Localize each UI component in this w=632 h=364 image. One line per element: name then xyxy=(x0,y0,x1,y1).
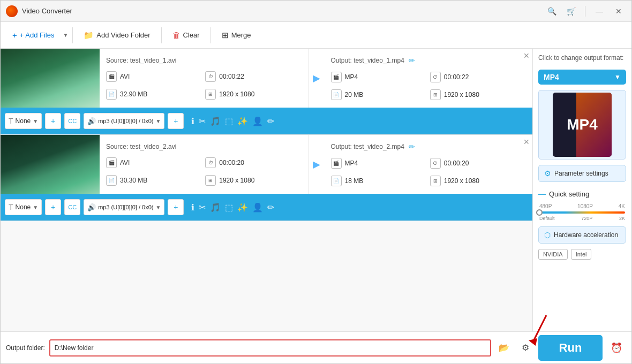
video-thumbnail-1 xyxy=(1,49,100,108)
source-duration-2: 00:00:20 xyxy=(219,159,244,166)
resolution-group-2: ⊞ 1920 x 1080 xyxy=(205,175,301,186)
cut-icon-2[interactable]: ✂ xyxy=(199,202,206,213)
output-resolution-2: 1920 x 1080 xyxy=(444,177,479,185)
audio-label-2: mp3 (U[0][0][0] / 0x0( xyxy=(98,204,153,210)
quality-slider[interactable]: 480P 1080P 4K Default 720P 2K xyxy=(538,203,626,221)
app-title: Video Converter xyxy=(22,7,544,15)
thumbnail-overlay-1 xyxy=(1,49,100,108)
intel-tag[interactable]: Intel xyxy=(571,249,592,260)
label-480p: 480P xyxy=(539,203,552,209)
output-duration-2: 00:00:20 xyxy=(444,160,469,167)
size-group-2: 📄 30.30 MB xyxy=(106,175,202,186)
format-dropdown-arrow: ▼ xyxy=(614,73,621,81)
close-button[interactable]: ✕ xyxy=(611,4,626,19)
source-format-1: AVI xyxy=(120,73,130,80)
crop-icon-1[interactable]: ⬚ xyxy=(225,116,233,126)
res-icon-1: ⊞ xyxy=(205,89,216,100)
label-4k: 4K xyxy=(619,203,625,209)
output-format-1: MP4 xyxy=(345,73,358,81)
output-size-2: 18 MB xyxy=(345,177,364,185)
edit-output-2[interactable]: ✏ xyxy=(409,142,415,151)
format-selector[interactable]: MP4 ▼ xyxy=(538,70,626,85)
separator-2 xyxy=(161,27,162,43)
crop-icon-2[interactable]: ⬚ xyxy=(225,202,233,213)
audio-select-1[interactable]: 🔊 mp3 (U[0][0][0] / 0x0( ▼ xyxy=(84,113,164,129)
subtitle-select-1[interactable]: T None ▼ xyxy=(5,113,42,129)
size-icon-1: 📄 xyxy=(106,89,117,100)
watermark-icon-2[interactable]: 👤 xyxy=(252,202,263,213)
out-res-icon-2: ⊞ xyxy=(430,176,441,186)
add-files-dropdown-arrow[interactable]: ▼ xyxy=(63,32,68,38)
settings-bottom-button[interactable]: ⚙ xyxy=(517,339,534,357)
format-preview: MP4 xyxy=(538,90,626,160)
minimize-button[interactable]: — xyxy=(592,4,607,19)
effects-icon-2[interactable]: ✨ xyxy=(237,202,248,213)
video-item-1: Source: test_video_1.avi 🎬 AVI ⏱ 00:00:2… xyxy=(1,49,532,135)
add-video-folder-button[interactable]: 📁 Add Video Folder xyxy=(77,27,156,43)
divider xyxy=(585,6,585,17)
content-spacer xyxy=(1,221,532,331)
video-toolbar-1: T None ▼ + CC 🔊 mp3 (U[0][0][0] / 0x0( ▼… xyxy=(1,108,532,134)
source-resolution-1: 1920 x 1080 xyxy=(219,90,254,98)
slider-thumb[interactable] xyxy=(536,209,543,216)
info-icon-2[interactable]: ℹ xyxy=(191,202,194,213)
run-label: Run xyxy=(559,341,582,355)
effects-icon-1[interactable]: ✨ xyxy=(237,116,248,126)
subtitle-label-1: None xyxy=(16,117,31,125)
subtitle-select-2[interactable]: T None ▼ xyxy=(5,199,42,215)
parameter-settings-button[interactable]: ⚙ Parameter settings xyxy=(538,165,626,182)
output-duration-1: 00:00:22 xyxy=(444,73,469,81)
source-resolution-2: 1920 x 1080 xyxy=(219,177,254,184)
out-duration-group-2: ⏱ 00:00:20 xyxy=(430,158,526,169)
hardware-acceleration-button[interactable]: ⬡ Hardware acceleration xyxy=(538,226,626,244)
source-label-1: Source: test_video_1.avi xyxy=(106,57,302,64)
size-icon-2: 📄 xyxy=(106,175,117,186)
size-group-1: 📄 32.90 MB xyxy=(106,89,202,100)
close-video-1[interactable]: ✕ xyxy=(523,51,530,60)
add-files-button[interactable]: + + Add Files xyxy=(6,27,61,43)
out-clock-icon-2: ⏱ xyxy=(430,158,441,169)
add-subtitle-btn-1[interactable]: + xyxy=(45,113,61,129)
video-source-info-1: Source: test_video_1.avi 🎬 AVI ⏱ 00:00:2… xyxy=(100,49,309,108)
cc-btn-2[interactable]: CC xyxy=(64,199,80,215)
title-bar: Video Converter 🔍 🛒 — ✕ xyxy=(1,1,631,22)
search-icon[interactable]: 🔍 xyxy=(544,4,559,19)
edit-output-1[interactable]: ✏ xyxy=(409,56,415,65)
video-list: Source: test_video_1.avi 🎬 AVI ⏱ 00:00:2… xyxy=(1,49,532,331)
subtitle-dropdown-1: ▼ xyxy=(33,118,38,124)
add-subtitle-btn-2[interactable]: + xyxy=(45,199,61,215)
add-audio-btn-1[interactable]: + xyxy=(168,113,184,129)
browse-folder-button[interactable]: 📂 xyxy=(495,339,513,357)
edit-icon-2[interactable]: ✏ xyxy=(267,202,274,213)
alarm-button[interactable]: ⏰ xyxy=(607,338,626,358)
audio-tool-icon-1[interactable]: 🎵 xyxy=(210,116,221,126)
out-res-group-2: ⊞ 1920 x 1080 xyxy=(430,176,526,186)
audio-tool-icon-2[interactable]: 🎵 xyxy=(210,202,221,213)
res-icon-2: ⊞ xyxy=(205,175,216,186)
cart-icon[interactable]: 🛒 xyxy=(563,4,578,19)
cut-icon-1[interactable]: ✂ xyxy=(199,116,206,126)
slider-top-labels: 480P 1080P 4K xyxy=(539,203,625,209)
video-toolbar-2: T None ▼ + CC 🔊 mp3 (U[0][0][0] / 0x0( ▼… xyxy=(1,194,532,221)
slider-track[interactable] xyxy=(539,211,625,214)
nvidia-tag[interactable]: NVIDIA xyxy=(538,249,568,260)
plus-icon: + xyxy=(12,31,17,40)
quick-setting-text: Quick setting xyxy=(549,190,589,198)
cc-btn-1[interactable]: CC xyxy=(64,113,80,129)
out-clock-icon-1: ⏱ xyxy=(430,72,441,82)
audio-dropdown-1: ▼ xyxy=(155,118,161,124)
run-button[interactable]: Run xyxy=(538,335,603,361)
hw-icon: ⬡ xyxy=(544,231,551,239)
merge-button[interactable]: ⊞ Merge xyxy=(215,27,258,43)
info-icon-1[interactable]: ℹ xyxy=(191,116,194,126)
source-format-2: AVI xyxy=(120,159,130,166)
out-size-group-1: 📄 20 MB xyxy=(331,89,427,100)
edit-icon-1[interactable]: ✏ xyxy=(267,116,274,126)
watermark-icon-1[interactable]: 👤 xyxy=(252,116,263,126)
audio-select-2[interactable]: 🔊 mp3 (U[0][0][0] / 0x0( ▼ xyxy=(84,199,164,215)
clear-button[interactable]: 🗑 Clear xyxy=(166,27,206,43)
output-path-input[interactable] xyxy=(49,339,491,357)
add-audio-btn-2[interactable]: + xyxy=(168,199,184,215)
close-video-2[interactable]: ✕ xyxy=(523,138,530,146)
format-panel-label: Click to change output format: xyxy=(538,54,626,62)
